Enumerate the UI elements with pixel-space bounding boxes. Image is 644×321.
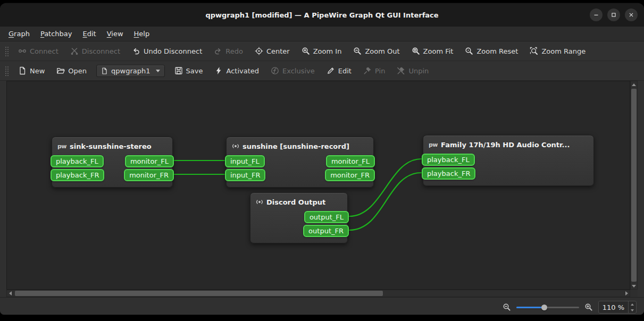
port[interactable]: playback_FR bbox=[422, 167, 475, 180]
zoom-slider-fill bbox=[516, 307, 544, 308]
exclusive-icon bbox=[271, 66, 279, 75]
node-sunshine[interactable]: sunshine [sunshine-record] input_FL moni… bbox=[226, 137, 374, 188]
pin-icon bbox=[363, 66, 372, 75]
connect-icon bbox=[18, 47, 27, 55]
node-title: Discord Output bbox=[250, 196, 347, 208]
redo-button[interactable]: Redo bbox=[208, 45, 248, 57]
port[interactable]: monitor_FL bbox=[326, 155, 375, 167]
center-button[interactable]: Center bbox=[249, 45, 295, 57]
close-button[interactable] bbox=[625, 9, 638, 21]
patchbay-file-icon bbox=[101, 67, 108, 74]
menu-help[interactable]: Help bbox=[129, 27, 155, 41]
zoom-out-icon bbox=[353, 47, 362, 55]
pencil-icon bbox=[327, 66, 335, 75]
toolbar-patchbay: New Open qpwgraph1 Save Activated Exclus… bbox=[0, 61, 644, 81]
window-controls bbox=[590, 3, 638, 27]
chevron-down-icon bbox=[156, 70, 160, 72]
zoom-slider[interactable] bbox=[516, 303, 579, 311]
speaker-icon bbox=[232, 142, 239, 150]
port[interactable]: input_FR bbox=[225, 169, 265, 181]
node-discord-output[interactable]: Discord Output output_FL output_FR bbox=[250, 192, 348, 243]
zoom-value[interactable]: 110 % bbox=[599, 301, 628, 313]
port[interactable]: playback_FR bbox=[51, 169, 104, 181]
undo-disconnect-button[interactable]: Undo Disconnect bbox=[127, 45, 207, 57]
zoom-out-mini-icon[interactable] bbox=[503, 303, 511, 311]
zoom-in-button[interactable]: Zoom In bbox=[296, 45, 347, 57]
menu-patchbay[interactable]: Patchbay bbox=[35, 27, 78, 41]
close-icon bbox=[628, 11, 635, 19]
menu-view[interactable]: View bbox=[102, 27, 129, 41]
toolbar-graph: Connect Disconnect Undo Disconnect Redo … bbox=[0, 41, 644, 61]
port[interactable]: output_FR bbox=[303, 225, 349, 237]
port[interactable]: monitor_FL bbox=[125, 155, 174, 167]
node-family-hd-audio[interactable]: pw Family 17h/19h HD Audio Contr... play… bbox=[423, 135, 594, 186]
port[interactable]: playback_FL bbox=[51, 155, 104, 167]
window-title: qpwgraph1 [modified] — A PipeWire Graph … bbox=[205, 11, 438, 19]
port[interactable]: monitor_FR bbox=[325, 169, 375, 181]
zoom-out-button[interactable]: Zoom Out bbox=[348, 45, 405, 57]
minimize-icon bbox=[592, 11, 600, 19]
port[interactable]: playback_FL bbox=[422, 154, 475, 166]
zoom-fit-button[interactable]: Zoom Fit bbox=[406, 45, 459, 57]
save-button[interactable]: Save bbox=[169, 64, 208, 77]
horizontal-scroll-handle[interactable] bbox=[15, 291, 383, 296]
unpin-icon bbox=[397, 66, 405, 75]
new-button[interactable]: New bbox=[13, 64, 50, 77]
undo-icon bbox=[132, 47, 140, 55]
graph-view: pw sink-sunshine-stereo playback_FL moni… bbox=[6, 81, 638, 297]
maximize-icon bbox=[610, 11, 617, 19]
statusbar: 110 % bbox=[0, 297, 644, 315]
zoom-in-mini-icon[interactable] bbox=[584, 303, 593, 311]
open-folder-icon bbox=[56, 66, 65, 75]
zoom-spin-buttons bbox=[628, 301, 636, 313]
scrollbar-corner bbox=[630, 290, 638, 297]
graph-canvas[interactable]: pw sink-sunshine-stereo playback_FL moni… bbox=[6, 81, 630, 290]
disconnect-icon bbox=[70, 47, 79, 55]
center-icon bbox=[255, 47, 263, 55]
app-window: qpwgraph1 [modified] — A PipeWire Graph … bbox=[0, 3, 644, 315]
node-title: sunshine [sunshine-record] bbox=[227, 140, 373, 152]
port[interactable]: monitor_FR bbox=[124, 169, 174, 181]
node-title: pw Family 17h/19h HD Audio Contr... bbox=[423, 139, 593, 150]
port[interactable]: input_FL bbox=[225, 155, 265, 167]
redo-icon bbox=[214, 47, 222, 55]
scroll-down-arrow[interactable] bbox=[631, 283, 637, 289]
lightning-icon bbox=[214, 66, 223, 75]
port[interactable]: output_FL bbox=[304, 211, 349, 223]
vertical-scrollbar[interactable] bbox=[630, 81, 638, 290]
pin-button[interactable]: Pin bbox=[358, 64, 390, 77]
connect-button[interactable]: Connect bbox=[13, 45, 64, 57]
unpin-button[interactable]: Unpin bbox=[391, 64, 434, 77]
patchbay-combo[interactable]: qpwgraph1 bbox=[96, 65, 164, 77]
edit-toggle[interactable]: Edit bbox=[321, 64, 357, 77]
zoom-range-button[interactable]: Zoom Range bbox=[524, 45, 591, 57]
zoom-reset-icon bbox=[465, 47, 473, 55]
activated-toggle[interactable]: Activated bbox=[209, 64, 264, 77]
zoom-reset-button[interactable]: Zoom Reset bbox=[459, 45, 523, 57]
vertical-scroll-handle[interactable] bbox=[631, 89, 637, 282]
zoom-fit-icon bbox=[412, 47, 420, 55]
horizontal-scrollbar[interactable] bbox=[6, 290, 630, 297]
pipewire-icon: pw bbox=[57, 143, 66, 150]
scroll-left-arrow[interactable] bbox=[7, 290, 13, 297]
node-sink-sunshine-stereo[interactable]: pw sink-sunshine-stereo playback_FL moni… bbox=[52, 137, 173, 188]
exclusive-toggle[interactable]: Exclusive bbox=[265, 64, 320, 77]
maximize-button[interactable] bbox=[607, 9, 620, 21]
minimize-button[interactable] bbox=[590, 9, 603, 21]
disconnect-button[interactable]: Disconnect bbox=[65, 45, 126, 57]
pipewire-icon: pw bbox=[429, 141, 438, 148]
zoom-spin-down[interactable] bbox=[629, 307, 636, 313]
menu-edit[interactable]: Edit bbox=[78, 27, 102, 41]
node-title: pw sink-sunshine-stereo bbox=[52, 140, 172, 152]
zoom-spin-up[interactable] bbox=[629, 301, 636, 307]
menu-graph[interactable]: Graph bbox=[3, 27, 35, 41]
speaker-icon bbox=[256, 198, 263, 206]
toolbar-grip[interactable] bbox=[4, 65, 9, 76]
new-file-icon bbox=[18, 66, 27, 75]
scroll-right-arrow[interactable] bbox=[623, 290, 630, 297]
scroll-up-arrow[interactable] bbox=[631, 81, 637, 88]
zoom-slider-handle[interactable] bbox=[541, 305, 547, 310]
zoom-spinbox[interactable]: 110 % bbox=[598, 301, 637, 314]
open-button[interactable]: Open bbox=[51, 64, 92, 77]
toolbar-grip[interactable] bbox=[4, 46, 9, 56]
